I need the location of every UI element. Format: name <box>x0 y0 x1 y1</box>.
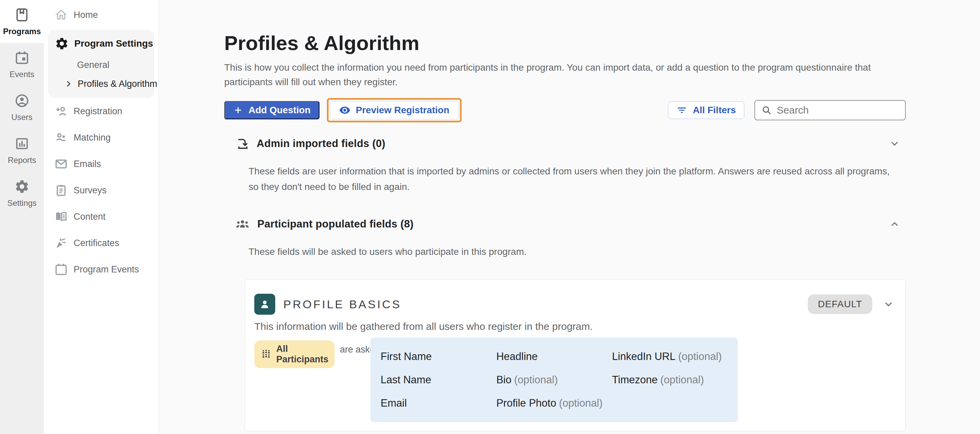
profile-basics-card: PROFILE BASICS DEFAULT This information … <box>245 279 906 431</box>
eye-icon <box>339 104 350 116</box>
page-description: This is how you collect the information … <box>224 60 906 89</box>
section-description: These fields are user information that i… <box>224 164 896 195</box>
rail-item-settings[interactable]: Settings <box>0 172 44 215</box>
sidebar-item-content[interactable]: Content <box>44 203 158 230</box>
card-title: PROFILE BASICS <box>283 298 401 311</box>
sidebar-item-label: Program Settings <box>74 38 153 49</box>
mail-icon <box>54 157 68 171</box>
preview-registration-label: Preview Registration <box>356 105 449 116</box>
profile-person-icon <box>254 294 275 315</box>
sidebar-list: Registration Matching Emails Surveys Con… <box>44 98 158 282</box>
sidebar-item-label: Emails <box>74 159 101 169</box>
sidebar-item-label: Profiles & Algorithm <box>78 79 158 89</box>
sidebar-item-registration[interactable]: Registration <box>44 98 158 124</box>
sidebar-item-certificates[interactable]: Certificates <box>44 230 158 256</box>
default-badge[interactable]: DEFAULT <box>808 294 872 314</box>
sidebar-item-label: Registration <box>74 106 122 116</box>
program-sidebar: Home Program Settings General Profiles &… <box>44 0 159 434</box>
section-title: Admin imported fields (0) <box>257 137 385 150</box>
sidebar-item-program-events[interactable]: Program Events <box>44 256 158 282</box>
toolbar: Add Question Preview Registration <box>224 98 906 122</box>
search-input[interactable] <box>777 104 899 116</box>
primary-nav-rail: Programs Events Users Reports Settings <box>0 0 44 434</box>
rail-item-label: Settings <box>8 198 37 208</box>
sidebar-item-label: General <box>77 60 110 70</box>
rail-item-label: Events <box>10 70 34 79</box>
search-box <box>754 100 906 120</box>
all-filters-button[interactable]: All Filters <box>668 101 744 119</box>
page-title: Profiles & Algorithm <box>224 32 906 54</box>
fields-panel: First Name Last Name Email Headline Bio(… <box>371 338 738 422</box>
preview-registration-button[interactable]: Preview Registration <box>330 101 458 119</box>
rail-item-label: Users <box>11 113 33 122</box>
sidebar-item-label: Matching <box>74 132 111 143</box>
home-icon <box>54 8 68 22</box>
field-item: Bio(optional) <box>496 374 612 386</box>
sidebar-item-label: Program Events <box>74 264 139 275</box>
calendar-outline-icon <box>54 262 68 276</box>
sidebar-item-emails[interactable]: Emails <box>44 151 158 177</box>
field-item: LinkedIn URL(optional) <box>612 351 728 363</box>
all-participants-chip[interactable]: All Participants <box>254 340 335 368</box>
rail-item-reports[interactable]: Reports <box>0 129 44 172</box>
add-question-label: Add Question <box>248 105 311 116</box>
program-settings-group: Program Settings General Profiles & Algo… <box>48 30 154 98</box>
user-circle-icon <box>14 93 30 108</box>
chevron-right-icon <box>63 78 74 89</box>
sidebar-item-program-settings[interactable]: Program Settings <box>48 32 154 56</box>
rail-item-label: Reports <box>8 155 36 165</box>
add-question-button[interactable]: Add Question <box>224 101 320 119</box>
field-item: Timezone(optional) <box>612 374 728 386</box>
open-book-icon <box>54 209 68 224</box>
sidebar-item-matching[interactable]: Matching <box>44 124 158 151</box>
filter-icon <box>676 105 687 116</box>
sidebar-item-surveys[interactable]: Surveys <box>44 177 158 203</box>
crowd-icon <box>260 348 272 360</box>
sidebar-item-label: Home <box>74 10 98 20</box>
sidebar-item-label: Content <box>74 212 106 222</box>
sidebar-subitem-general[interactable]: General <box>48 56 154 74</box>
rail-item-programs[interactable]: Programs <box>0 0 44 43</box>
all-filters-label: All Filters <box>693 105 736 116</box>
all-participants-label: All Participants <box>276 344 329 365</box>
party-popper-icon <box>54 236 68 250</box>
section-title: Participant populated fields (8) <box>257 218 414 230</box>
gear-icon <box>55 37 69 51</box>
sidebar-item-home[interactable]: Home <box>44 0 158 30</box>
chevron-down-icon[interactable] <box>882 297 895 311</box>
bar-chart-icon <box>14 136 30 152</box>
chevron-down-icon[interactable] <box>888 137 901 150</box>
admin-imported-fields-section: Admin imported fields (0) These fields a… <box>224 136 906 195</box>
person-add-icon <box>54 104 68 118</box>
audience-row: All Participants are asked: <box>254 338 371 368</box>
section-description: These fields will be asked to users who … <box>224 244 896 260</box>
sidebar-item-label: Surveys <box>74 185 107 196</box>
programs-book-icon <box>14 7 30 22</box>
field-item: Profile Photo(optional) <box>496 397 612 409</box>
participant-populated-fields-section: Participant populated fields (8) These f… <box>224 216 906 431</box>
rail-item-events[interactable]: Events <box>0 43 44 86</box>
search-icon <box>761 105 772 116</box>
field-item: Headline <box>496 351 612 363</box>
field-item: Last Name <box>380 374 496 386</box>
preview-registration-highlight: Preview Registration <box>327 98 461 122</box>
import-download-icon <box>235 137 249 151</box>
chevron-up-icon[interactable] <box>888 218 901 231</box>
rail-item-users[interactable]: Users <box>0 86 44 129</box>
field-item: First Name <box>380 351 496 363</box>
calendar-icon <box>14 50 30 65</box>
main-content: Profiles & Algorithm This is how you col… <box>159 0 980 434</box>
clipboard-icon <box>54 183 68 198</box>
rail-item-label: Programs <box>3 27 41 36</box>
sidebar-subitem-profiles-algorithm[interactable]: Profiles & Algorithm <box>48 74 154 93</box>
card-description: This information will be gathered from a… <box>254 321 895 332</box>
plus-icon <box>233 105 243 115</box>
sidebar-item-label: Certificates <box>74 238 119 249</box>
gear-icon <box>14 179 30 195</box>
people-icon <box>54 131 68 145</box>
groups-icon <box>235 217 250 231</box>
field-item: Email <box>380 397 496 409</box>
